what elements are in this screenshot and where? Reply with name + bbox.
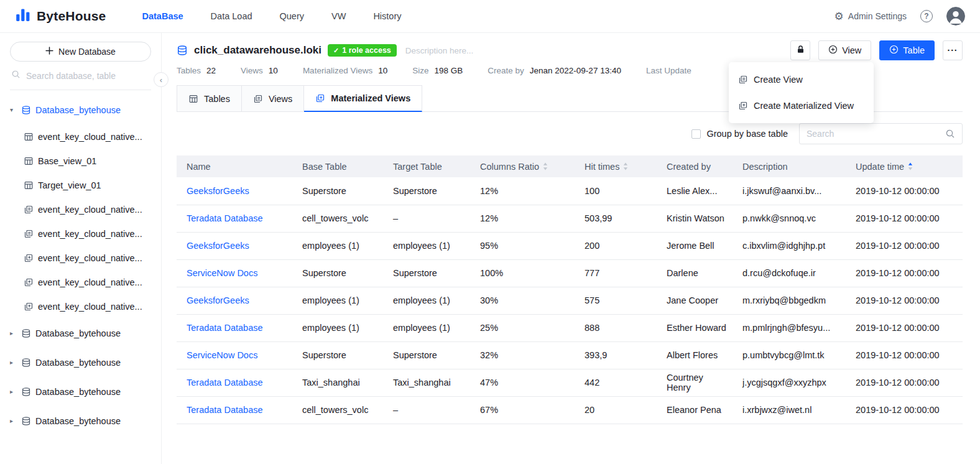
sidebar-search-input[interactable] (26, 71, 150, 81)
tree-item-label: Database_bytehouse (35, 358, 121, 368)
tree-item-event-key-cloud-native[interactable]: event_key_cloud_native... (10, 246, 151, 270)
tree-item-event-key-cloud-native[interactable]: event_key_cloud_native... (10, 124, 151, 149)
checkbox-icon[interactable] (691, 129, 701, 139)
cell-target-table: – (386, 396, 473, 424)
tree-item-label: event_key_cloud_native... (38, 277, 142, 287)
cell-columns-ratio: 32% (473, 341, 577, 369)
tab-tables[interactable]: Tables (177, 85, 242, 111)
new-database-label: New Database (58, 47, 116, 57)
tree-item-label: Database_bytehouse (35, 328, 121, 338)
tab-materialized-views[interactable]: Materialized Views (304, 85, 422, 112)
tree-item-event-key-cloud-native[interactable]: event_key_cloud_native... (10, 197, 151, 221)
db-description-placeholder[interactable]: Description here... (405, 46, 474, 55)
nav-item-history[interactable]: History (373, 11, 401, 21)
mview-icon (315, 93, 325, 103)
create-table-button[interactable]: Table (879, 40, 935, 60)
caret-right-icon[interactable]: ▸ (10, 330, 17, 336)
group-by-label: Group by base table (706, 129, 788, 139)
nav-item-query[interactable]: Query (280, 11, 305, 21)
caret-right-icon[interactable]: ▸ (10, 359, 17, 366)
cell-created-by: Leslie Alex... (659, 177, 735, 205)
cell-description: c.ibxvlim@idghjhp.pt (735, 232, 848, 259)
cell-name[interactable]: GeeksforGeeks (177, 232, 295, 259)
cell-name[interactable]: ServiceNow Docs (177, 259, 295, 287)
cell-name[interactable]: GeeksforGeeks (177, 177, 295, 205)
admin-settings-button[interactable]: ⚙ Admin Settings (834, 11, 907, 22)
tree-item-label: Database_bytehouse (35, 387, 121, 397)
create-menu: Create ViewCreate Materialized View (729, 62, 874, 123)
cell-hit-times: 575 (577, 287, 659, 314)
lock-button[interactable] (790, 40, 810, 60)
cell-columns-ratio: 67% (473, 396, 577, 424)
menu-item-create-view[interactable]: Create View (729, 67, 874, 93)
column-header-hit-times[interactable]: Hit times (577, 155, 659, 177)
table-row: GeeksforGeeksemployees (1)employees (1)9… (177, 232, 963, 259)
tree-item-event-key-cloud-native[interactable]: event_key_cloud_native... (10, 270, 151, 294)
stat-create-by: Create byJenan 2022-09-27 13:40 (488, 66, 621, 75)
table-search-input[interactable] (807, 129, 940, 139)
table-row: Teradata Databaseemployees (1)employees … (177, 314, 963, 341)
top-navbar: ByteHouse DataBaseData LoadQueryVWHistor… (0, 0, 980, 33)
cell-target-table: employees (1) (386, 287, 473, 314)
stat-label: Materialized Views (303, 66, 372, 75)
menu-item-create-materialized-view[interactable]: Create Materialized View (729, 93, 874, 119)
cell-columns-ratio: 30% (473, 287, 577, 314)
column-header-created-by: Created by (659, 155, 735, 177)
nav-item-data-load[interactable]: Data Load (211, 11, 252, 21)
cell-base-table: employees (1) (295, 314, 386, 341)
sort-icon (542, 162, 548, 171)
tree-item-label: event_key_cloud_native... (38, 132, 142, 142)
cell-created-by: Albert Flores (659, 341, 735, 369)
caret-right-icon[interactable]: ▸ (10, 417, 17, 424)
nav-item-vw[interactable]: VW (331, 11, 346, 21)
stat-views: Views10 (241, 66, 278, 75)
avatar[interactable] (946, 7, 965, 26)
search-icon[interactable] (945, 129, 955, 139)
stat-value: Jenan 2022-09-27 13:40 (530, 66, 621, 75)
tree-item-database-bytehouse[interactable]: ▸Database_bytehouse (10, 406, 151, 435)
column-header-target-table: Target Table (386, 155, 473, 177)
cell-created-by: Darlene (659, 259, 735, 287)
more-actions-button[interactable]: ··· (943, 40, 963, 60)
column-header-update-time[interactable]: Update time (848, 155, 963, 177)
nav-item-database[interactable]: DataBase (142, 11, 183, 21)
cell-hit-times: 20 (577, 396, 659, 424)
table-button-label: Table (903, 45, 925, 55)
cell-name[interactable]: Teradata Database (177, 314, 295, 341)
create-view-button[interactable]: View (818, 40, 871, 60)
column-header-columns-ratio[interactable]: Columns Ratio (473, 155, 577, 177)
database-icon (21, 416, 31, 426)
cell-name[interactable]: ServiceNow Docs (177, 341, 295, 369)
cell-hit-times: 200 (577, 232, 659, 259)
cell-name[interactable]: Teradata Database (177, 396, 295, 424)
new-database-button[interactable]: New Database (10, 42, 151, 62)
caret-down-icon[interactable]: ▾ (10, 106, 17, 113)
tab-views[interactable]: Views (242, 85, 304, 111)
tab-label: Views (269, 94, 292, 104)
question-mark-icon: ? (924, 12, 928, 21)
sort-icon (907, 162, 913, 171)
mview-icon (738, 101, 748, 111)
tree-item-target-view-01[interactable]: Target_view_01 (10, 173, 151, 197)
tree-item-database-bytehouse[interactable]: ▸Database_bytehouse (10, 377, 151, 406)
table-row: GeeksforGeeksSuperstoreSuperstore12%100L… (177, 177, 963, 205)
tree-item-database-bytehouse[interactable]: ▾Database_bytehouse (10, 95, 151, 124)
cell-update-time: 2019-10-12 00:00:00 (848, 232, 963, 259)
cell-hit-times: 393,9 (577, 341, 659, 369)
tree-item-base-view-01[interactable]: Base_view_01 (10, 149, 151, 173)
tree-item-event-key-cloud-native[interactable]: event_key_cloud_native... (10, 294, 151, 318)
tree-item-database-bytehouse[interactable]: ▸Database_bytehouse (10, 318, 151, 348)
group-by-base-table-checkbox[interactable]: Group by base table (691, 129, 788, 139)
cell-name[interactable]: GeeksforGeeks (177, 287, 295, 314)
sidebar-collapse-button[interactable]: ‹ (154, 72, 169, 87)
cell-name[interactable]: Teradata Database (177, 205, 295, 232)
tree-item-event-key-cloud-native[interactable]: event_key_cloud_native... (10, 221, 151, 246)
caret-right-icon[interactable]: ▸ (10, 388, 17, 395)
brand[interactable]: ByteHouse (15, 7, 106, 26)
tree-item-database-bytehouse[interactable]: ▸Database_bytehouse (10, 348, 151, 377)
cell-created-by: Kristin Watson (659, 205, 735, 232)
cell-name[interactable]: Teradata Database (177, 369, 295, 396)
cell-base-table: Taxi_shanghai (295, 369, 386, 396)
help-button[interactable]: ? (920, 10, 933, 22)
sidebar-search (10, 62, 151, 90)
